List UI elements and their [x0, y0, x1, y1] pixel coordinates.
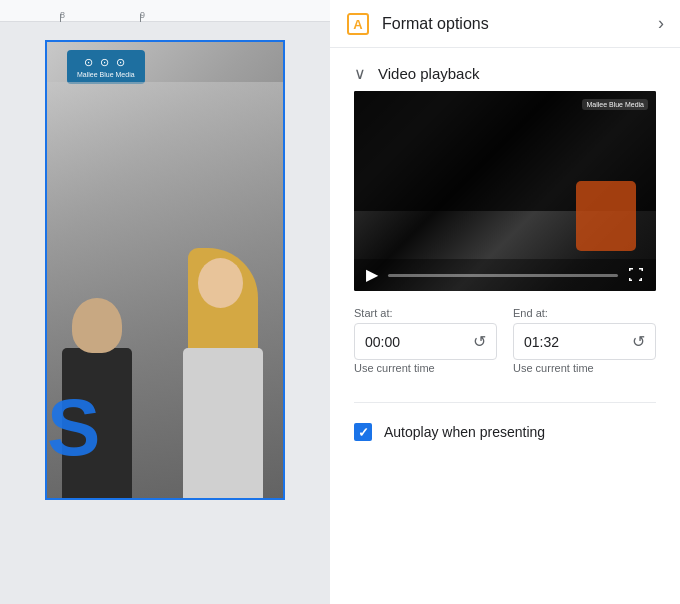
slide-editor: 8 9 ⊙ ⊙ ⊙ Mallee Blue Media — [0, 0, 330, 604]
start-time-label: Start at: — [354, 307, 497, 319]
slide-background: ⊙ ⊙ ⊙ Mallee Blue Media — [47, 42, 283, 498]
logo-area: ⊙ ⊙ ⊙ Mallee Blue Media — [67, 50, 145, 84]
autoplay-row: ✓ Autoplay when presenting — [330, 411, 680, 453]
svg-text:A: A — [353, 17, 363, 32]
autoplay-label: Autoplay when presenting — [384, 424, 545, 440]
start-reset-icon[interactable]: ↺ — [473, 332, 486, 351]
check-icon: ✓ — [358, 426, 369, 439]
ruler: 8 9 — [0, 0, 330, 22]
blonde-body — [183, 348, 263, 498]
slide-canvas: ⊙ ⊙ ⊙ Mallee Blue Media — [0, 22, 330, 604]
time-inputs-section: Start at: 00:00 ↺ Use current time End a… — [330, 307, 680, 394]
video-playback-section-header[interactable]: ∨ Video playback — [330, 48, 680, 91]
end-time-input[interactable]: 01:32 ↺ — [513, 323, 656, 360]
end-time-label: End at: — [513, 307, 656, 319]
section-divider — [354, 402, 656, 403]
start-time-input[interactable]: 00:00 ↺ — [354, 323, 497, 360]
panel-header: A Format options › — [330, 0, 680, 48]
end-time-value: 01:32 — [524, 334, 624, 350]
video-progress-bar[interactable] — [388, 274, 618, 277]
slide-content: ⊙ ⊙ ⊙ Mallee Blue Media — [35, 30, 295, 570]
play-button[interactable]: ▶ — [366, 267, 378, 283]
chevron-right-icon[interactable]: › — [658, 13, 664, 34]
video-watermark: Mallee Blue Media — [582, 99, 648, 110]
start-time-group: Start at: 00:00 ↺ Use current time — [354, 307, 497, 386]
video-controls-bar: ▶ — [354, 259, 656, 291]
logo-text: Mallee Blue Media — [77, 71, 135, 78]
selected-video-element[interactable]: ⊙ ⊙ ⊙ Mallee Blue Media — [45, 40, 285, 500]
fullscreen-button[interactable] — [628, 267, 644, 283]
video-orange-element — [576, 181, 636, 251]
section-collapse-icon: ∨ — [354, 64, 366, 83]
bald-head — [72, 298, 122, 353]
slide-letter: S — [47, 388, 100, 468]
end-time-group: End at: 01:32 ↺ Use current time — [513, 307, 656, 386]
autoplay-checkbox[interactable]: ✓ — [354, 423, 372, 441]
start-time-value: 00:00 — [365, 334, 465, 350]
panel-title: Format options — [382, 15, 658, 33]
logo-icon: ⊙ ⊙ ⊙ — [84, 56, 127, 69]
end-reset-icon[interactable]: ↺ — [632, 332, 645, 351]
blonde-head — [198, 258, 243, 308]
format-options-icon: A — [346, 12, 370, 36]
format-options-panel: A Format options › ∨ Video playback Mall… — [330, 0, 680, 604]
end-use-current[interactable]: Use current time — [513, 360, 656, 386]
person-right — [178, 248, 278, 498]
section-title: Video playback — [378, 65, 479, 82]
start-use-current[interactable]: Use current time — [354, 360, 497, 386]
video-preview: Mallee Blue Media ▶ — [354, 91, 656, 291]
